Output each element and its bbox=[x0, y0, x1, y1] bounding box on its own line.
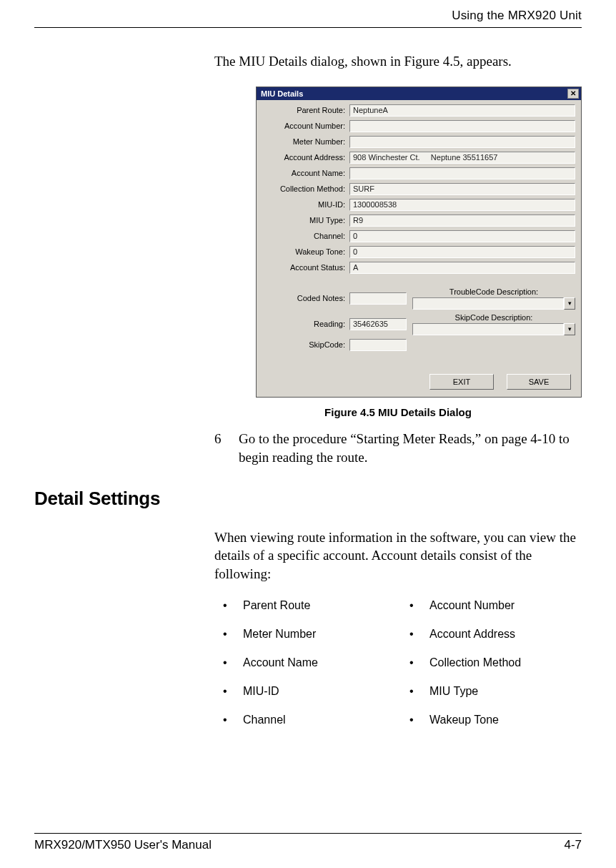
list-item: •Account Name bbox=[223, 656, 395, 669]
footer-manual-title: MRX920/MTX950 User's Manual bbox=[34, 838, 212, 852]
list-item: •MIU-ID bbox=[223, 685, 395, 698]
wakeup-tone-label: Wakeup Tone: bbox=[262, 247, 349, 256]
header-rule bbox=[34, 27, 582, 28]
channel-input[interactable] bbox=[349, 230, 575, 242]
list-item: •Collection Method bbox=[409, 656, 582, 669]
step-text: Go to the procedure “Starting Meter Read… bbox=[239, 430, 582, 468]
account-number-input[interactable] bbox=[349, 120, 575, 132]
bullet-text: Parent Route bbox=[243, 599, 310, 612]
bullet-icon: • bbox=[409, 685, 429, 698]
list-item: •Account Address bbox=[409, 628, 582, 641]
account-address-label: Account Address: bbox=[262, 153, 349, 162]
bullet-text: Meter Number bbox=[243, 628, 316, 641]
meter-number-label: Meter Number: bbox=[262, 137, 349, 146]
troublecode-desc-input[interactable] bbox=[412, 297, 564, 310]
coded-notes-label: Coded Notes: bbox=[262, 294, 349, 302]
reading-input[interactable] bbox=[349, 318, 407, 330]
list-item: •Meter Number bbox=[223, 628, 395, 641]
skipcode-desc-label: SkipCode Description: bbox=[412, 313, 575, 322]
step-6: 6 Go to the procedure “Starting Meter Re… bbox=[214, 430, 582, 468]
bullet-icon: • bbox=[409, 656, 429, 669]
bullet-text: Channel bbox=[243, 714, 286, 726]
chevron-down-icon[interactable]: ▾ bbox=[564, 323, 575, 335]
footer-rule bbox=[34, 833, 582, 834]
bullet-text: Account Number bbox=[429, 599, 515, 612]
bullet-icon: • bbox=[223, 628, 243, 641]
list-item: •Account Number bbox=[409, 599, 582, 612]
account-status-label: Account Status: bbox=[262, 263, 349, 272]
detail-settings-heading: Detail Settings bbox=[34, 488, 582, 510]
dialog-titlebar: MIU Details ✕ bbox=[257, 87, 581, 100]
miu-type-input[interactable] bbox=[349, 214, 575, 227]
collection-method-input[interactable] bbox=[349, 183, 575, 195]
collection-method-label: Collection Method: bbox=[262, 184, 349, 193]
bullet-icon: • bbox=[409, 714, 429, 726]
bullet-list: •Parent Route •Account Number •Meter Num… bbox=[223, 599, 582, 726]
account-status-input[interactable] bbox=[349, 262, 575, 274]
step-number: 6 bbox=[214, 430, 239, 468]
skipcode-label: SkipCode: bbox=[262, 340, 349, 349]
list-item: •Channel bbox=[223, 714, 395, 726]
miu-type-label: MIU Type: bbox=[262, 216, 349, 225]
exit-button[interactable]: EXIT bbox=[429, 374, 494, 390]
list-item: •MIU Type bbox=[409, 685, 582, 698]
bullet-text: Account Name bbox=[243, 656, 318, 669]
parent-route-label: Parent Route: bbox=[262, 106, 349, 114]
list-item: •Wakeup Tone bbox=[409, 714, 582, 726]
miu-details-dialog: MIU Details ✕ Parent Route: Account Numb… bbox=[256, 87, 582, 398]
bullet-icon: • bbox=[223, 599, 243, 612]
channel-label: Channel: bbox=[262, 232, 349, 240]
bullet-icon: • bbox=[223, 714, 243, 726]
figure-4-5: MIU Details ✕ Parent Route: Account Numb… bbox=[256, 87, 582, 398]
running-header: Using the MRX920 Unit bbox=[34, 9, 582, 27]
bullet-icon: • bbox=[409, 628, 429, 641]
bullet-icon: • bbox=[223, 656, 243, 669]
save-button[interactable]: SAVE bbox=[507, 374, 571, 390]
bullet-icon: • bbox=[223, 685, 243, 698]
account-name-input[interactable] bbox=[349, 167, 575, 179]
coded-notes-input[interactable] bbox=[349, 292, 407, 305]
bullet-text: Collection Method bbox=[429, 656, 521, 669]
account-name-label: Account Name: bbox=[262, 169, 349, 177]
figure-caption: Figure 4.5 MIU Details Dialog bbox=[214, 406, 582, 418]
page-footer: MRX920/MTX950 User's Manual 4-7 bbox=[34, 833, 582, 852]
parent-route-input[interactable] bbox=[349, 104, 575, 117]
list-item: •Parent Route bbox=[223, 599, 395, 612]
bullet-text: Account Address bbox=[429, 628, 515, 641]
detail-settings-intro: When viewing route information in the so… bbox=[214, 528, 582, 583]
bullet-icon: • bbox=[409, 599, 429, 612]
chevron-down-icon[interactable]: ▾ bbox=[564, 297, 575, 310]
troublecode-desc-label: TroubleCode Description: bbox=[412, 287, 575, 296]
bullet-text: MIU Type bbox=[429, 685, 478, 698]
skipcode-desc-input[interactable] bbox=[412, 323, 564, 335]
bullet-text: MIU-ID bbox=[243, 685, 279, 698]
miu-id-input[interactable] bbox=[349, 199, 575, 211]
meter-number-input[interactable] bbox=[349, 136, 575, 148]
bullet-text: Wakeup Tone bbox=[429, 714, 499, 726]
reading-label: Reading: bbox=[262, 320, 349, 328]
account-address-input[interactable] bbox=[349, 152, 575, 164]
intro-paragraph: The MIU Details dialog, shown in Figure … bbox=[214, 52, 582, 71]
close-icon[interactable]: ✕ bbox=[567, 89, 579, 99]
miu-id-label: MIU-ID: bbox=[262, 200, 349, 209]
skipcode-input[interactable] bbox=[349, 339, 407, 351]
footer-page-number: 4-7 bbox=[564, 838, 582, 852]
dialog-title: MIU Details bbox=[261, 89, 303, 98]
account-number-label: Account Number: bbox=[262, 122, 349, 130]
wakeup-tone-input[interactable] bbox=[349, 246, 575, 258]
